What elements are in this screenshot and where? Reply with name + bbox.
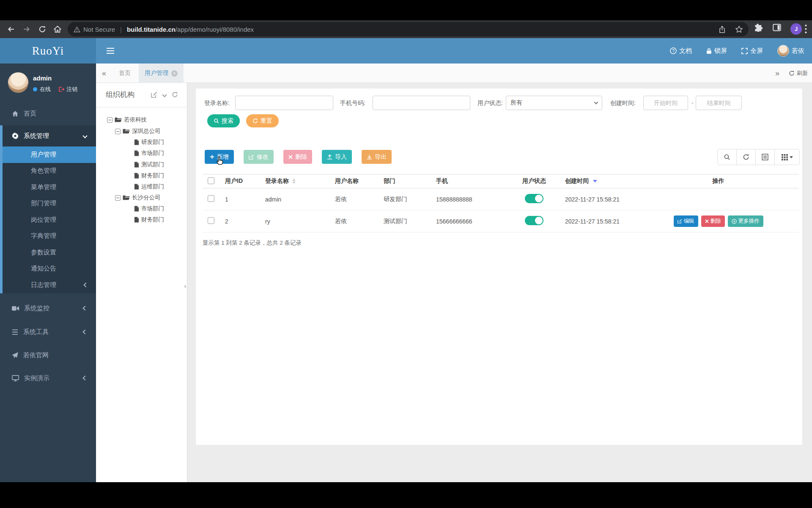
tree-collapse-icon[interactable] [107,117,112,123]
share-icon[interactable] [719,26,725,33]
user-status-select[interactable]: 所有 [506,96,602,110]
tree-node[interactable]: 市场部门 [134,148,164,159]
docs-label: 文档 [679,47,692,55]
import-button[interactable]: 导入 [322,150,352,164]
tree-node[interactable]: 运维部门 [134,181,164,192]
tab-refresh-button[interactable]: 刷新 [789,69,808,77]
header-user-menu[interactable]: 若依 [777,45,804,57]
tree-node[interactable]: 市场部门 [134,203,164,214]
tree-collapse-icon[interactable] [115,195,121,201]
tree-collapse-handle[interactable]: ‹ [182,279,188,294]
side-panel-icon[interactable] [773,24,781,31]
tree-node[interactable]: 财务部门 [134,214,164,225]
sidebar-item-demo[interactable]: 实例演示 [0,369,96,387]
paper-plane-icon [12,352,18,359]
browser-home-button[interactable] [52,24,63,35]
sidebar-user-avatar[interactable] [8,72,29,93]
tree-node[interactable]: 研发部门 [134,137,164,148]
tree-node[interactable]: 长沙分公司 [115,192,161,203]
browser-menu-dots-icon[interactable] [805,25,807,33]
refresh-icon[interactable] [172,91,178,98]
logout-label: 注销 [66,86,77,93]
delete-button[interactable]: 删除 [283,150,312,164]
sort-desc-icon [593,180,597,182]
sort-icon [292,179,296,184]
row-delete-button[interactable]: 删除 [701,215,725,227]
cell-login-name: admin [260,188,329,210]
bookmark-star-icon[interactable] [735,26,743,33]
table-search-toggle-button[interactable] [718,149,737,165]
column-header-created[interactable]: 创建时间 [560,174,638,188]
browser-back-button[interactable] [5,24,16,35]
tree-node[interactable]: 深圳总公司 [115,126,161,137]
gear-icon [12,133,19,139]
sidebar-item-notice[interactable]: 通知公告 [3,261,96,277]
table-refresh-button[interactable] [737,149,756,165]
table-row[interactable]: 2 ry 若依 测试部门 15666666666 2022-11-27 15:5… [203,210,799,232]
sidebar-item-param-settings[interactable]: 参数设置 [3,244,96,261]
online-status-label: 在线 [40,86,51,93]
sidebar-item-user-management[interactable]: 用户管理 [3,146,96,163]
sidebar-item-label: 角色管理 [31,167,56,175]
tabs-scroll-left-button[interactable]: « [102,64,106,83]
row-delete-label: 删除 [710,218,721,225]
tab-user-management[interactable]: 用户管理 × [139,64,184,83]
select-all-checkbox[interactable] [208,177,214,184]
table-detail-view-button[interactable] [756,149,775,165]
tabs-scroll-right-button[interactable]: » [775,69,779,78]
login-name-input[interactable] [235,96,333,110]
sidebar-item-official-site[interactable]: 若依官网 [0,346,96,364]
tab-home[interactable]: 首页 [113,64,136,83]
sidebar-item-label: 岗位管理 [31,216,56,224]
header-docs-link[interactable]: ? 文档 [670,47,692,55]
search-button[interactable]: 搜索 [207,114,240,127]
refresh-icon [252,118,258,124]
sidebar-item-system-tools[interactable]: 系统工具 [0,323,96,341]
phone-input[interactable] [373,96,470,110]
logout-link[interactable]: 注销 [58,86,77,93]
address-bar[interactable]: Not Secure | build.titanide.cn /app/demo… [68,22,749,36]
sidebar-item-home[interactable]: 首页 [0,104,96,123]
sidebar-item-label: 若依官网 [23,351,49,359]
table-columns-button[interactable] [775,149,799,165]
status-toggle[interactable] [525,194,543,203]
sidebar-item-log-management[interactable]: 日志管理 [3,277,96,293]
tree-node[interactable]: 若依科技 [107,114,147,125]
row-edit-button[interactable]: 编辑 [674,215,698,227]
sidebar-item-system-monitor[interactable]: 系统监控 [0,299,96,318]
start-time-input[interactable] [643,96,688,110]
table-row[interactable]: 1 admin 若依 研发部门 15888888888 2022-11-27 1… [203,188,799,210]
column-header-login-name[interactable]: 登录名称 [260,174,329,188]
edit-pencil-icon[interactable] [151,91,157,98]
row-checkbox[interactable] [208,195,214,202]
column-header-user-id: 用户ID [219,174,260,188]
header-fullscreen-button[interactable]: 全屏 [741,47,763,55]
modify-button[interactable]: 修改 [244,150,274,164]
sidebar-item-role-management[interactable]: 角色管理 [3,163,96,179]
extensions-puzzle-icon[interactable] [754,24,763,32]
sidebar-item-dept-management[interactable]: 部门管理 [3,196,96,212]
edit-pencil-icon [249,154,254,160]
tree-node[interactable]: 财务部门 [134,170,164,181]
browser-profile-avatar[interactable]: J [790,23,802,35]
row-checkbox[interactable] [208,217,214,224]
chevron-down-icon[interactable] [162,92,167,97]
download-icon [367,154,372,160]
status-toggle[interactable] [525,216,543,225]
pagination-summary: 显示第 1 到第 2 条记录，总共 2 条记录 [203,239,302,247]
sidebar-item-dict-management[interactable]: 字典管理 [3,228,96,245]
sidebar-toggle-button[interactable] [107,45,118,56]
header-lock-screen-button[interactable]: 锁屏 [706,47,727,55]
reset-button[interactable]: 重置 [246,114,279,127]
sidebar-item-system-management[interactable]: 系统管理 [3,125,96,146]
sidebar-item-post-management[interactable]: 岗位管理 [3,212,96,228]
browser-forward-button[interactable] [21,24,32,35]
sidebar-item-menu-management[interactable]: 菜单管理 [3,179,96,196]
browser-reload-button[interactable] [37,24,48,35]
end-time-input[interactable] [696,96,742,110]
row-more-actions-button[interactable]: 更多操作 [728,215,763,227]
tab-close-icon[interactable]: × [171,70,178,77]
tree-node[interactable]: 测试部门 [134,159,164,170]
export-button[interactable]: 导出 [362,150,392,164]
tree-collapse-icon[interactable] [115,129,121,134]
